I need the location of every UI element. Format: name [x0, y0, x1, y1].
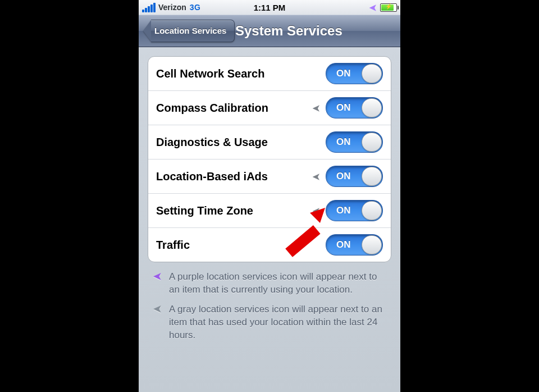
toggle-diagnostics-usage[interactable]: ON: [326, 131, 383, 153]
row-location-based-iads: Location-Based iAds ➤ ON: [148, 159, 391, 194]
toggle-traffic[interactable]: ON: [326, 234, 383, 256]
location-purple-icon: ➤: [151, 270, 163, 296]
toggle-knob: [362, 133, 382, 152]
row-cell-network-search: Cell Network Search ON: [148, 57, 391, 91]
note-text: A purple location services icon will app…: [169, 270, 388, 296]
back-button-label: Location Services: [151, 20, 235, 42]
toggle-compass-calibration[interactable]: ON: [326, 97, 383, 118]
toggle-setting-time-zone[interactable]: ON: [326, 200, 383, 221]
toggle-on-label: ON: [326, 68, 351, 79]
row-compass-calibration: Compass Calibration ➤ ON: [148, 91, 391, 125]
row-label: Diagnostics & Usage: [156, 136, 310, 149]
settings-group: Cell Network Search ON Compass Calibrati…: [148, 56, 391, 262]
row-diagnostics-usage: Diagnostics & Usage ON: [148, 125, 391, 159]
location-used-icon: ➤: [310, 171, 322, 182]
note-gray: ➤ A gray location services icon will app…: [151, 303, 388, 341]
toggle-on-label: ON: [326, 171, 351, 182]
status-bar: Verizon 3G 1:11 PM ➤ ⚡: [139, 0, 400, 15]
location-active-icon: ➤: [369, 2, 377, 13]
note-purple: ➤ A purple location services icon will a…: [151, 270, 388, 296]
toggle-on-label: ON: [326, 102, 351, 113]
row-label: Cell Network Search: [156, 67, 310, 80]
row-setting-time-zone: Setting Time Zone ➤ ON: [148, 194, 391, 228]
row-label: Compass Calibration: [156, 102, 310, 115]
row-label: Setting Time Zone: [156, 204, 310, 217]
toggle-on-label: ON: [326, 239, 351, 250]
toggle-knob: [362, 167, 382, 186]
note-text: A gray location services icon will appea…: [169, 303, 388, 341]
settings-content: Cell Network Search ON Compass Calibrati…: [139, 47, 400, 392]
row-label: Location-Based iAds: [156, 170, 310, 183]
footer-notes: ➤ A purple location services icon will a…: [148, 262, 391, 341]
toggle-cell-network-search[interactable]: ON: [326, 63, 383, 84]
page-title: System Services: [235, 23, 342, 39]
phone-screen: Verizon 3G 1:11 PM ➤ ⚡ Location Services…: [139, 0, 400, 392]
row-label: Traffic: [156, 239, 310, 252]
toggle-on-label: ON: [326, 205, 351, 216]
clock-label: 1:11 PM: [139, 3, 400, 12]
row-traffic: Traffic ON: [148, 228, 391, 262]
back-button[interactable]: Location Services: [143, 20, 235, 42]
location-used-icon: ➤: [310, 103, 322, 113]
location-used-icon: ➤: [310, 206, 322, 216]
battery-icon: ⚡: [380, 3, 397, 12]
toggle-knob: [362, 235, 382, 254]
toggle-knob: [362, 64, 382, 83]
location-gray-icon: ➤: [151, 303, 163, 341]
toggle-knob: [362, 201, 382, 220]
toggle-location-based-iads[interactable]: ON: [326, 166, 383, 187]
nav-bar: Location Services System Services: [139, 15, 400, 47]
toggle-knob: [362, 98, 382, 117]
toggle-on-label: ON: [326, 136, 351, 148]
